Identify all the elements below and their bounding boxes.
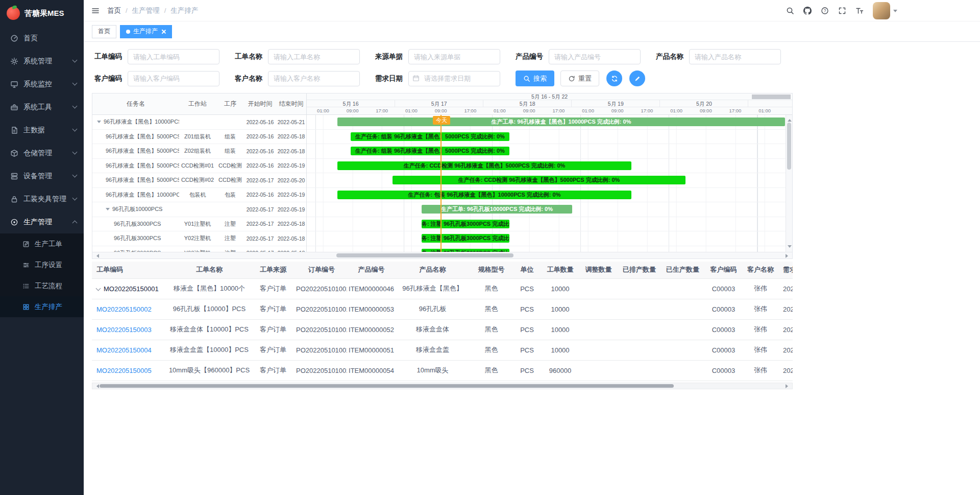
gantt-horizontal-scrollbar[interactable] [92, 252, 792, 258]
github-button[interactable] [799, 2, 816, 19]
gantt-bar-workorder[interactable]: 生产工单: 96孔孔板10000PCS 完成比例: 0% [422, 205, 572, 214]
scroll-right-arrow[interactable] [786, 254, 790, 258]
gantt-bar-task[interactable]: 生产任务: 注塑 96孔孔板3000PCS 完成比例: 0% [422, 234, 509, 243]
adjust-qty [579, 319, 618, 340]
gantt-bar-task[interactable]: 生产任务: 组装 96孔移液盒【黑色】5000PCS 完成比例: 0% [351, 132, 509, 141]
sidebar-item-system-tools[interactable]: 系统工具 [0, 96, 84, 119]
fullscreen-button[interactable] [834, 2, 850, 19]
orders-header-row: 工单编码 工单名称 工单来源 订单编号 产品编号 产品名称 规格型号 单位 工单… [92, 262, 793, 278]
breadcrumb-production[interactable]: 生产管理 [132, 6, 160, 15]
sidebar-item-production[interactable]: 生产管理 [0, 210, 84, 233]
user-menu[interactable] [873, 2, 897, 19]
customer-name-input[interactable] [268, 71, 360, 86]
reset-button[interactable]: 重置 [560, 70, 599, 86]
sidebar-item-process-flow[interactable]: 工艺流程 [0, 275, 84, 296]
scroll-left-arrow[interactable] [94, 254, 99, 258]
col-spec: 规格型号 [470, 262, 513, 278]
scroll-left-arrow[interactable] [94, 384, 99, 388]
col-qty: 工单数量 [541, 262, 579, 278]
order-code-input[interactable] [128, 49, 219, 64]
timeline-range-scrollbar[interactable] [752, 95, 791, 99]
gantt-vertical-scrollbar[interactable] [786, 115, 792, 252]
order-row[interactable]: MO202205150002 96孔孔板【10000】PCS 客户订单 PO20… [92, 299, 793, 319]
sidebar-item-system-monitor[interactable]: 系统监控 [0, 73, 84, 96]
help-button[interactable]: ? [817, 2, 833, 19]
order-code-link[interactable]: MO202205150001 [104, 285, 159, 293]
sidebar-item-master-data[interactable]: 主数据 [0, 119, 84, 142]
gantt-bar-task[interactable]: 生产任务: CCD检测 96孔移液盒【黑色】5000PCS 完成比例: 0% [337, 161, 631, 170]
sidebar-item-warehouse[interactable]: 仓储管理 [0, 142, 84, 164]
product-name: 移液盒盒盖 [396, 340, 470, 360]
gantt-row[interactable]: 96孔孔板10000PCS 2022-05-17 2022-05-19 [92, 202, 306, 217]
sidebar-item-home[interactable]: 首页 [0, 27, 84, 50]
tab-close-icon[interactable] [161, 29, 166, 34]
sidebar-toggle-button[interactable] [84, 0, 107, 21]
customer-code-input[interactable] [128, 71, 219, 86]
gantt-bar-workorder[interactable]: 生产工单: 96孔移液盒【黑色】10000PCS 完成比例: 0% [337, 117, 785, 126]
gantt-bar-task[interactable]: 生产任务: 注塑 96孔孔板3000PCS 完成比例: 0% [422, 220, 509, 228]
scrollbar-thumb[interactable] [336, 253, 513, 257]
task-name: 96孔移液盒【黑色】5000PCS [106, 133, 179, 140]
gantt-bar-task[interactable]: 生产任务: 包装 96孔移液盒【黑色】10000PCS 完成比例: 0% [337, 191, 631, 199]
demand-date-input[interactable] [408, 71, 500, 86]
scrollbar-thumb[interactable] [100, 384, 674, 388]
order-row[interactable]: MO202205150001 移液盒【黑色】10000个 客户订单 PO2022… [92, 278, 793, 299]
gantt-row[interactable]: 96孔移液盒【黑色】5000PCS CCD检测#01 CCD检测 2022-05… [92, 159, 306, 174]
sidebar-item-process-settings[interactable]: 工序设置 [0, 254, 84, 275]
gantt-row[interactable]: 96孔移液盒【黑色】5000PCS CCD检测#02 CCD检测 2022-05… [92, 173, 306, 188]
search-submit-button[interactable]: 搜索 [516, 70, 554, 86]
font-size-button[interactable] [851, 2, 868, 19]
order-qty: 960000 [541, 360, 579, 381]
sidebar-item-equipment[interactable]: 设备管理 [0, 164, 84, 187]
search-button[interactable] [782, 2, 798, 19]
orders-horizontal-scrollbar[interactable] [92, 383, 793, 389]
collapse-caret-icon[interactable] [97, 121, 101, 125]
sidebar-item-scheduling[interactable]: 生产排产 [0, 296, 84, 317]
gantt-bar-task[interactable]: 生产任务: 组装 96孔移液盒【黑色】5000PCS 完成比例: 0% [351, 147, 509, 155]
product-code-input[interactable] [549, 49, 641, 64]
gantt-row[interactable]: 96孔孔板3000PCS Y02注塑机 注塑 2022-05-17 2022-0… [92, 231, 306, 246]
gantt-row[interactable]: 96孔移液盒【黑色】5000PCS Z01组装机 组装 2022-05-16 2… [92, 130, 306, 145]
gantt-row[interactable]: 96孔移液盒【黑色】5000PCS Z02组装机 组装 2022-05-16 2… [92, 144, 306, 159]
order-code-link[interactable]: MO202205150005 [96, 367, 152, 374]
gantt-row[interactable]: 96孔孔板3000PCS Y01注塑机 注塑 2022-05-17 2022-0… [92, 217, 306, 232]
gantt-hour-label: 01:00 [662, 107, 691, 114]
scroll-up-arrow[interactable] [788, 117, 792, 122]
tab-scheduling[interactable]: 生产排产 [120, 25, 172, 38]
gantt-row[interactable]: 96孔移液盒【黑色】10000PCS 2022-05-16 2022-05-21 [92, 115, 306, 130]
product-name-input[interactable] [689, 49, 781, 64]
gantt-row[interactable]: 96孔孔板3000PCS Y03注塑机 注塑 2022-05-17 2022-0… [92, 246, 306, 252]
gantt-timeline-header: 5月 16 - 5月 22 5月 16 5月 17 5月 18 5月 19 5月… [307, 93, 792, 114]
gantt-row[interactable]: 96孔移液盒【黑色】10000PCS 包装机 包装 2022-05-16 202… [92, 188, 306, 203]
order-row[interactable]: MO202205150005 10mm吸头【960000】PCS 客户订单 PO… [92, 360, 793, 381]
sidebar-item-fixtures[interactable]: 工装夹具管理 [0, 187, 84, 210]
expand-caret-icon[interactable] [96, 286, 101, 291]
gantt-bar-task[interactable]: 生产任务: CCD检测 96孔移液盒【黑色】5000PCS 完成比例: 0% [393, 176, 685, 184]
order-code-link[interactable]: MO202205150004 [96, 346, 152, 354]
customer-code: C00003 [704, 299, 743, 319]
refresh-gantt-button[interactable] [606, 70, 622, 86]
gantt-hour-label: 01:00 [750, 107, 779, 114]
scrollbar-thumb[interactable] [787, 123, 791, 170]
collapse-caret-icon[interactable] [106, 208, 110, 213]
gantt-days-row: 5月 16 5月 17 5月 18 5月 19 5月 20 [307, 100, 792, 107]
scroll-down-arrow[interactable] [788, 245, 792, 250]
process: 包装 [216, 191, 244, 199]
order-name-input[interactable] [268, 49, 360, 64]
col-product-code: 产品编号 [347, 262, 396, 278]
edit-schedule-button[interactable] [629, 70, 645, 86]
order-row[interactable]: MO202205150003 移液盒盒体【10000】PCS 客户订单 PO20… [92, 319, 793, 340]
sidebar-item-label: 工艺流程 [35, 281, 77, 291]
scroll-right-arrow[interactable] [786, 384, 790, 388]
workstation: 包装机 [179, 191, 216, 199]
tab-home[interactable]: 首页 [92, 25, 116, 38]
order-code-link[interactable]: MO202205150002 [96, 305, 152, 313]
topbar-actions: ? [782, 2, 897, 19]
source-doc-input[interactable] [408, 49, 500, 64]
sidebar-item-system-mgmt[interactable]: 系统管理 [0, 50, 84, 73]
demand-date: 2022 [778, 299, 793, 319]
order-row[interactable]: MO202205150004 移液盒盒盖【10000】PCS 客户订单 PO20… [92, 340, 793, 360]
sidebar-item-work-orders[interactable]: 生产工单 [0, 233, 84, 254]
breadcrumb-home[interactable]: 首页 [107, 6, 121, 15]
order-code-link[interactable]: MO202205150003 [96, 326, 152, 334]
